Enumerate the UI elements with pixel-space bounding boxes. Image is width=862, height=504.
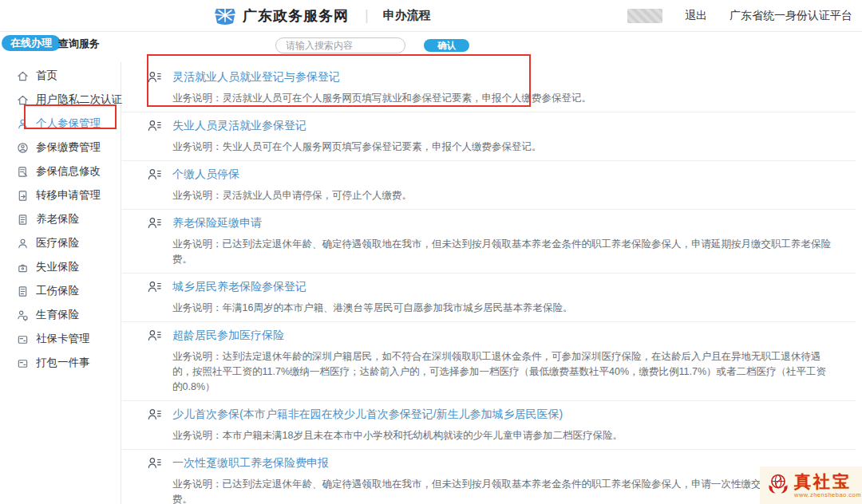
person-list-icon bbox=[148, 329, 162, 342]
search-input[interactable] bbox=[275, 37, 405, 53]
person-icon bbox=[17, 238, 29, 250]
tab-query-service[interactable]: 查询服务 bbox=[58, 37, 100, 51]
sidebar: 首页 用户隐私二次认证 个人参保管理 参保缴费管理 参保信息修改 转移申请管理 … bbox=[0, 62, 121, 504]
document-edit-icon bbox=[17, 166, 29, 178]
search-confirm-button[interactable]: 确认 bbox=[424, 39, 469, 52]
person-list-icon bbox=[148, 217, 162, 230]
service-description: 业务说明：已达到法定退休年龄、确定待遇领取地在我市，但未达到按月领取基本养老金条… bbox=[172, 477, 833, 504]
tab-online-processing[interactable]: 在线办理 bbox=[2, 35, 61, 51]
service-description: 业务说明：本市户籍未满18岁且未在本市中小学校和托幼机构就读的少年儿童申请参加二… bbox=[172, 428, 833, 443]
person-list-icon bbox=[148, 71, 162, 84]
top-header: 广东政务服务网 | 申办流程 退出 广东省统一身份认证平台 bbox=[0, 0, 862, 32]
transfer-icon bbox=[17, 190, 29, 202]
sidebar-item-label: 转移申请管理 bbox=[36, 188, 101, 203]
person-bell-icon bbox=[17, 309, 29, 321]
main-content: 确认 灵活就业人员就业登记与参保登记 业务说明：灵活就业人员可在个人服务网页填写… bbox=[122, 32, 862, 504]
service-item-flexible-employment-registration: 灵活就业人员就业登记与参保登记 业务说明：灵活就业人员可在个人服务网页填写就业和… bbox=[122, 64, 856, 112]
logout-link[interactable]: 退出 bbox=[685, 9, 707, 23]
service-description: 业务说明：灵活就业人员可在个人服务网页填写就业和参保登记要素，申报个人缴费参保登… bbox=[172, 91, 833, 106]
sidebar-item-label: 首页 bbox=[36, 69, 57, 83]
sidebar-item-privacy-auth[interactable]: 用户隐私二次认证 bbox=[0, 88, 121, 112]
sidebar-item-maternity-insurance[interactable]: 生育保险 bbox=[0, 303, 121, 327]
sidebar-item-social-card-mgmt[interactable]: 社保卡管理 bbox=[0, 327, 121, 351]
brand: 广东政务服务网 | 申办流程 bbox=[214, 6, 431, 26]
briefcase-icon bbox=[17, 262, 29, 274]
document-icon bbox=[17, 214, 29, 226]
service-item-unemployed-flexible-registration: 失业人员灵活就业参保登记 业务说明：失业人员可在个人服务网页填写参保登记要素，申… bbox=[122, 112, 856, 161]
sidebar-item-label: 个人参保管理 bbox=[36, 116, 101, 131]
username-redacted bbox=[627, 9, 662, 23]
service-title-link[interactable]: 城乡居民养老保险参保登记 bbox=[172, 280, 306, 294]
person-list-icon bbox=[148, 281, 162, 293]
service-title-link[interactable]: 失业人员灵活就业参保登记 bbox=[172, 119, 306, 133]
sidebar-item-label: 失业保险 bbox=[36, 260, 79, 274]
service-item-lump-sum-pension-payment: 一次性趸缴职工养老保险费申报 业务说明：已达到法定退休年龄、确定待遇领取地在我市… bbox=[122, 450, 856, 504]
gov-portal-logo-icon bbox=[214, 6, 236, 26]
sidebar-item-work-injury-insurance[interactable]: 工伤保险 bbox=[0, 279, 121, 303]
service-item-pension-deferred-payment: 养老保险延缴申请 业务说明：已达到法定退休年龄、确定待遇领取地在我市，但未达到按… bbox=[122, 210, 856, 274]
person-list-icon bbox=[148, 168, 162, 181]
sidebar-item-transfer-mgmt[interactable]: 转移申请管理 bbox=[0, 183, 121, 207]
service-description: 业务说明：失业人员可在个人服务网页填写参保登记要素，申报个人缴费参保登记。 bbox=[172, 140, 833, 155]
service-title-link[interactable]: 个缴人员停保 bbox=[172, 167, 239, 182]
sidebar-item-personal-insurance[interactable]: 个人参保管理 bbox=[0, 112, 121, 136]
sidebar-item-pension-insurance[interactable]: 养老保险 bbox=[0, 207, 121, 231]
person-icon bbox=[17, 118, 29, 130]
header-right: 退出 广东省统一身份认证平台 bbox=[627, 0, 852, 32]
person-list-icon bbox=[148, 457, 162, 470]
service-item-overage-medical-insurance: 超龄居民参加医疗保险 业务说明：达到法定退休年龄的深圳户籍居民，如不符合在深圳领… bbox=[122, 322, 856, 401]
service-description: 业务说明：已达到法定退休年龄、确定待遇领取地在我市，但未达到按月领取基本养老金条… bbox=[172, 237, 833, 267]
service-title-link[interactable]: 一次性趸缴职工养老保险费申报 bbox=[172, 456, 329, 471]
watermark-name: 真社宝 bbox=[794, 473, 861, 490]
hands-globe-icon bbox=[766, 472, 790, 499]
title-divider: | bbox=[365, 7, 369, 24]
sidebar-item-payment-mgmt[interactable]: 参保缴费管理 bbox=[0, 136, 121, 159]
sidebar-item-label: 生育保险 bbox=[36, 308, 79, 322]
sidebar-item-label: 打包一件事 bbox=[36, 356, 90, 370]
service-item-individual-stop-insurance: 个缴人员停保 业务说明：灵活就业人员申请停保，可停止个人缴费。 bbox=[122, 161, 856, 210]
service-description: 业务说明：灵活就业人员申请停保，可停止个人缴费。 bbox=[172, 188, 833, 203]
sidebar-item-medical-insurance[interactable]: 医疗保险 bbox=[0, 231, 121, 255]
watermark-url: www.zhenshebao.com bbox=[794, 492, 861, 498]
service-description: 业务说明：年满16周岁的本市户籍、港澳台等居民可自愿参加我市城乡居民基本养老保险… bbox=[172, 301, 833, 316]
service-description: 业务说明：达到法定退休年龄的深圳户籍居民，如不符合在深圳领取职工退休金条件，可参… bbox=[172, 349, 833, 395]
person-list-icon bbox=[148, 408, 162, 421]
service-title-link[interactable]: 养老保险延缴申请 bbox=[172, 216, 262, 230]
sidebar-item-label: 养老保险 bbox=[36, 212, 79, 226]
sidebar-item-label: 参保缴费管理 bbox=[36, 140, 101, 155]
sidebar-item-label: 参保信息修改 bbox=[36, 164, 101, 179]
site-title: 广东政务服务网 bbox=[243, 6, 349, 26]
person-list-icon bbox=[148, 120, 162, 132]
sidebar-item-label: 工伤保险 bbox=[36, 284, 79, 298]
sidebar-item-unemployment-insurance[interactable]: 失业保险 bbox=[0, 255, 121, 279]
sidebar-item-label: 用户隐私二次认证 bbox=[36, 93, 122, 107]
sidebar-item-info-edit[interactable]: 参保信息修改 bbox=[0, 159, 121, 183]
document-icon bbox=[17, 285, 29, 297]
card-icon bbox=[17, 333, 29, 345]
home-icon bbox=[17, 70, 29, 82]
identity-platform-link[interactable]: 广东省统一身份认证平台 bbox=[730, 9, 852, 23]
page: 广东政务服务网 | 申办流程 退出 广东省统一身份认证平台 在线办理 查询服务 … bbox=[0, 0, 862, 504]
sidebar-item-home[interactable]: 首页 bbox=[0, 64, 121, 88]
coin-person-icon bbox=[17, 142, 29, 154]
service-title-link[interactable]: 灵活就业人员就业登记与参保登记 bbox=[172, 70, 340, 85]
sidebar-item-label: 医疗保险 bbox=[36, 236, 79, 250]
service-title-link[interactable]: 少儿首次参保(本市户籍非在园在校少儿首次参保登记/新生儿参加城乡居民医保) bbox=[172, 408, 563, 422]
service-list: 灵活就业人员就业登记与参保登记 业务说明：灵活就业人员可在个人服务网页填写就业和… bbox=[122, 64, 856, 504]
sidebar-item-label: 社保卡管理 bbox=[36, 332, 90, 346]
page-title: 申办流程 bbox=[383, 8, 431, 23]
home-icon bbox=[17, 94, 29, 106]
service-item-children-first-insurance: 少儿首次参保(本市户籍非在园在校少儿首次参保登记/新生儿参加城乡居民医保) 业务… bbox=[122, 401, 856, 450]
service-item-urban-rural-pension-registration: 城乡居民养老保险参保登记 业务说明：年满16周岁的本市户籍、港澳台等居民可自愿参… bbox=[122, 274, 856, 322]
watermark: 真社宝 www.zhenshebao.com bbox=[760, 467, 862, 504]
sidebar-item-package-service[interactable]: 打包一件事 bbox=[0, 351, 121, 375]
service-title-link[interactable]: 超龄居民参加医疗保险 bbox=[172, 329, 284, 343]
card-icon bbox=[17, 357, 29, 369]
